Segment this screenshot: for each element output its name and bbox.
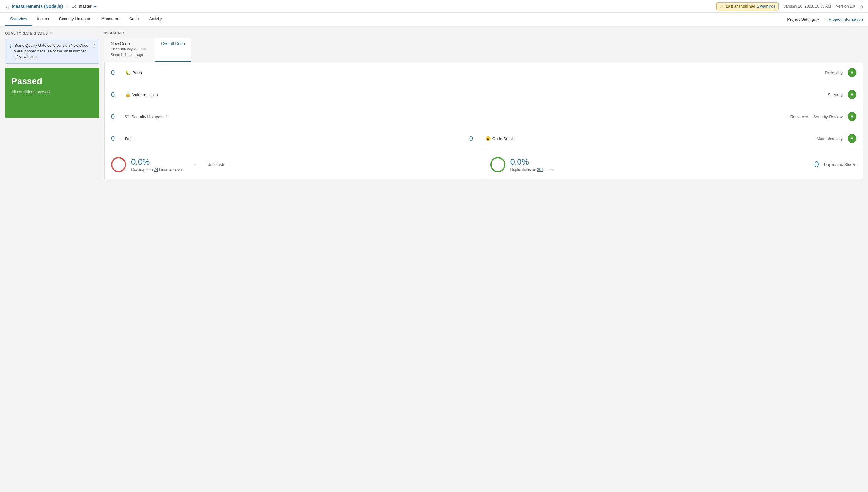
bugs-category: Reliability — [825, 70, 843, 75]
hotspots-right: — Reviewed Security Review A — [783, 112, 857, 121]
bugs-right: Reliability A — [825, 68, 857, 77]
debt-value[interactable]: 0 — [111, 134, 125, 143]
coverage-lines-link[interactable]: 74 — [154, 168, 158, 172]
tab-new-code[interactable]: New Code Since January 20, 2023 Started … — [104, 38, 155, 62]
bugs-value[interactable]: 0 — [111, 69, 125, 77]
metric-row-debt: 0 Debt 0 😊 Code Smells Maintainability A — [105, 128, 863, 150]
new-code-tab-label: New Code — [111, 41, 148, 46]
metric-row-security-hotspots: 0 🛡 Security Hotspots ? — Reviewed Secur… — [105, 106, 863, 128]
project-info-link[interactable]: ≡ Project Information — [824, 17, 863, 22]
home-icon[interactable]: ⌂ — [860, 3, 863, 9]
tab-security-hotspots[interactable]: Security Hotspots — [54, 13, 96, 26]
new-code-started: Started 11 hours ago — [111, 52, 148, 57]
passed-title: Passed — [11, 76, 93, 87]
nav-tabs: Overview Issues Security Hotspots Measur… — [5, 13, 167, 26]
reviewed-dash: — — [783, 114, 788, 119]
duplications-lines-link[interactable]: 391 — [537, 168, 543, 172]
hotspots-reviewed: — Reviewed — [783, 114, 808, 119]
bugs-label-group: 🐛 Bugs — [125, 70, 825, 75]
debt-grade: A — [848, 134, 857, 143]
coverage-value[interactable]: 0.0% — [131, 157, 182, 167]
reviewed-label: Reviewed — [790, 114, 808, 119]
warning-badge: ⚠ Last analysis had 2 warnings — [717, 2, 779, 10]
code-smells-label: Code Smells — [492, 137, 516, 141]
tab-code[interactable]: Code — [124, 13, 144, 26]
tab-activity[interactable]: Activity — [144, 13, 167, 26]
duplications-cell: 0.0% Duplications on 391 Lines 0 Duplica… — [484, 150, 863, 179]
lock-icon: 🔒 — [125, 92, 131, 97]
hotspots-grade: A — [848, 112, 857, 121]
metric-row-bugs: 0 🐛 Bugs Reliability A — [105, 62, 863, 84]
metrics-container: 0 🐛 Bugs Reliability A 0 🔒 Vulnerabiliti… — [104, 62, 863, 179]
info-icon: ℹ — [10, 43, 11, 50]
debt-category: Maintainability — [817, 137, 843, 141]
analysis-time: January 20, 2023, 10:58 AM — [784, 4, 831, 8]
coverage-circle — [111, 157, 126, 172]
quality-gate-info-text: Some Quality Gate conditions on New Code… — [15, 43, 90, 60]
hotspots-label-group: 🛡 Security Hotspots ? — [125, 114, 783, 119]
tab-overall-code[interactable]: Overall Code — [155, 38, 191, 62]
add-branch-icon[interactable]: + — [94, 4, 97, 9]
code-smells-value[interactable]: 0 — [469, 134, 484, 143]
star-icon[interactable]: ☆ — [65, 4, 70, 9]
vulnerabilities-category: Security — [828, 92, 843, 97]
duplicated-blocks-group: 0 Duplicated Blocks — [814, 159, 857, 169]
duplicated-blocks-label: Duplicated Blocks — [824, 162, 857, 167]
code-tabs: New Code Since January 20, 2023 Started … — [104, 38, 863, 62]
right-panel: MEASURES New Code Since January 20, 2023… — [104, 31, 863, 488]
debt-right: Maintainability A — [817, 134, 857, 143]
vulnerabilities-right: Security A — [828, 90, 857, 99]
bugs-grade: A — [848, 68, 857, 77]
quality-gate-section-label: QUALITY GATE STATUS ? — [5, 31, 99, 35]
unit-tests-dash: - — [194, 161, 196, 168]
measures-label: MEASURES — [104, 31, 863, 35]
left-panel: QUALITY GATE STATUS ? ℹ Some Quality Gat… — [5, 31, 99, 488]
bug-icon: 🐛 — [125, 70, 131, 75]
duplications-sub: Duplications on 391 Lines — [511, 168, 554, 172]
hotspots-label: Security Hotspots — [132, 114, 164, 119]
vulnerabilities-grade: A — [848, 90, 857, 99]
warning-text: Last analysis had — [726, 4, 755, 8]
code-smells-label-group: 😊 Code Smells — [485, 136, 817, 141]
debt-label: Debt — [125, 137, 134, 141]
branch-label[interactable]: master — [79, 4, 92, 8]
tab-overview[interactable]: Overview — [5, 13, 32, 26]
hotspots-category: Security Review — [813, 114, 843, 119]
passed-box: Passed All conditions passed. — [5, 68, 99, 118]
debt-label-group: Debt — [125, 137, 456, 141]
duplications-circle — [490, 157, 506, 172]
unit-tests-label: Unit Tests — [207, 162, 225, 167]
list-icon: ≡ — [824, 17, 827, 22]
tab-measures[interactable]: Measures — [96, 13, 124, 26]
duplications-value[interactable]: 0.0% — [511, 157, 554, 167]
coverage-info: 0.0% Coverage on 74 Lines to cover — [131, 157, 182, 172]
warnings-link[interactable]: 2 warnings — [757, 4, 775, 8]
new-code-since: Since January 20, 2023 — [111, 47, 148, 51]
nav-right: Project Settings ▾ ≡ Project Information — [787, 17, 863, 22]
coverage-cell: 0.0% Coverage on 74 Lines to cover - Uni… — [105, 150, 484, 179]
project-info-label: Project Information — [829, 17, 863, 22]
hotspots-value[interactable]: 0 — [111, 113, 125, 121]
vulnerabilities-label-group: 🔒 Vulnerabilities — [125, 92, 828, 97]
passed-sub: All conditions passed. — [11, 90, 93, 94]
project-title[interactable]: Measurements (Node.js) — [12, 4, 63, 9]
info-help-icon[interactable]: ? — [93, 43, 95, 48]
code-smells-icon: 😊 — [485, 136, 491, 141]
shield-icon: 🛡 — [125, 114, 130, 119]
version-label: Version 1.0 — [836, 4, 855, 8]
top-bar-left: 🗂 Measurements (Node.js) ☆ ⎇ master + — [5, 4, 97, 9]
vulnerabilities-value[interactable]: 0 — [111, 91, 125, 99]
duplicated-blocks-value[interactable]: 0 — [814, 159, 819, 169]
metric-row-vulnerabilities: 0 🔒 Vulnerabilities Security A — [105, 84, 863, 106]
coverage-sub: Coverage on 74 Lines to cover — [131, 168, 182, 172]
hotspots-help-icon[interactable]: ? — [165, 115, 167, 119]
project-icon: 🗂 — [5, 4, 9, 9]
overall-code-tab-label: Overall Code — [161, 41, 185, 46]
tab-issues[interactable]: Issues — [32, 13, 54, 26]
coverage-separator: - — [187, 161, 202, 168]
warning-icon: ⚠ — [720, 4, 724, 9]
vulnerabilities-label: Vulnerabilities — [133, 92, 158, 97]
project-settings-link[interactable]: Project Settings ▾ — [787, 17, 819, 22]
quality-gate-help-icon[interactable]: ? — [50, 31, 52, 35]
quality-gate-info-box: ℹ Some Quality Gate conditions on New Co… — [5, 39, 99, 64]
